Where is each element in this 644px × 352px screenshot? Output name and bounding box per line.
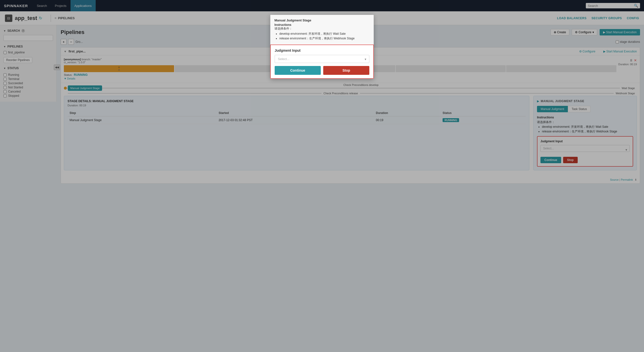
modal-overlay: Manual Judgment Stage Instructions 请选择条件… [0,0,644,352]
modal-body: Judgment Input Select... Continue Stop [270,44,374,79]
modal-instruction-1: develop environment: 开发环境，将执行 Wait Sate [279,32,370,36]
modal-instruction-2: release environment：生产环境，将执行 Webhook Sta… [279,36,370,41]
modal-callout: Manual Judgment Stage Instructions 请选择条件… [270,15,374,44]
modal-stop-button[interactable]: Stop [323,66,369,75]
modal-box: Manual Judgment Stage Instructions 请选择条件… [270,15,374,79]
modal-continue-button[interactable]: Continue [275,66,321,75]
modal-select[interactable]: Select... [275,55,369,63]
modal-instructions-title: Instructions [274,23,292,26]
modal-subtitle: 请选择条件： [274,26,370,31]
modal-callout-title: Manual Judgment Stage [274,18,370,22]
modal-title: Judgment Input [275,48,369,52]
